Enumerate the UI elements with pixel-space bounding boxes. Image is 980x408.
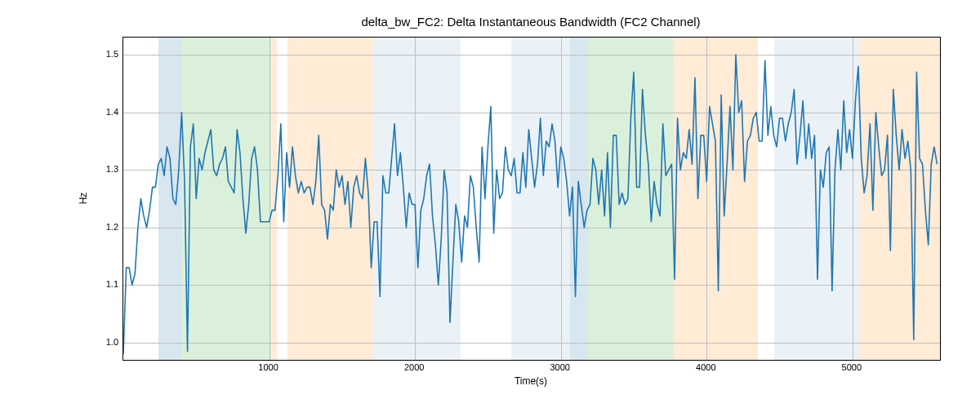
x-tick-label: 4000 [696, 362, 715, 372]
x-tick-label: 5000 [842, 362, 862, 372]
x-tick-label: 3000 [550, 362, 569, 372]
y-tick-label: 1.5 [106, 49, 118, 59]
plot-area [122, 37, 941, 361]
data-line [123, 55, 937, 354]
y-tick-label: 1.0 [106, 337, 118, 347]
x-tick-label: 1000 [258, 362, 278, 372]
y-axis-label: Hz [78, 37, 90, 359]
y-tick-label: 1.1 [106, 279, 118, 289]
line-series [123, 38, 940, 360]
x-tick-label: 2000 [404, 362, 424, 372]
chart-title: delta_bw_FC2: Delta Instantaneous Bandwi… [122, 15, 939, 29]
y-tick-label: 1.2 [106, 222, 118, 232]
y-tick-label: 1.4 [106, 107, 118, 117]
x-axis-label: Time(s) [122, 375, 939, 387]
y-tick-label: 1.3 [106, 164, 118, 174]
chart-container [122, 37, 939, 359]
